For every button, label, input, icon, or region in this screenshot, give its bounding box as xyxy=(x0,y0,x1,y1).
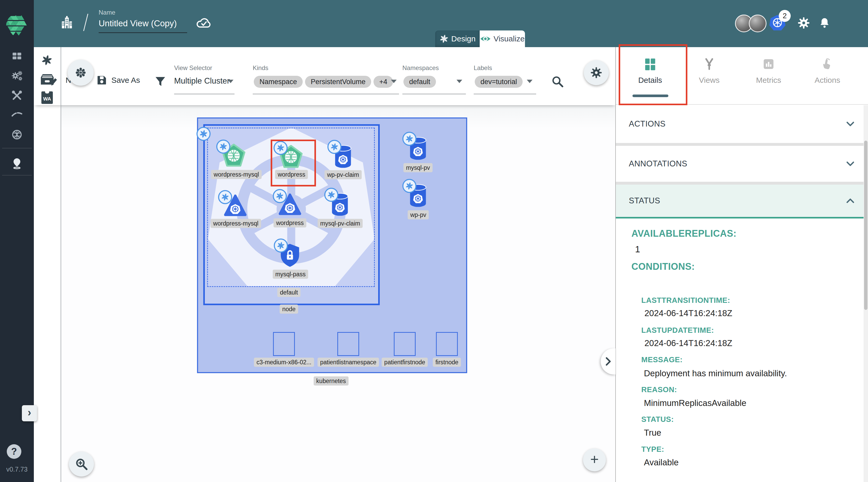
node-label: wp-pv xyxy=(408,210,429,219)
node-label: wordpress xyxy=(274,218,306,228)
help-button[interactable]: ? xyxy=(7,444,21,459)
meshery-badge-icon xyxy=(196,127,211,141)
chevron-down-icon[interactable] xyxy=(228,80,234,83)
add-node-button[interactable]: + xyxy=(583,448,606,471)
zoom-in-button[interactable] xyxy=(69,452,94,477)
search-button[interactable] xyxy=(550,74,565,89)
chevron-down-icon[interactable] xyxy=(527,80,532,83)
status-key: STATUS: xyxy=(641,415,674,424)
kinds-select[interactable]: Namespace PersistentVolume +4 xyxy=(254,76,393,88)
kinds-label: Kinds xyxy=(253,64,268,71)
canvas-node-service-wordpress[interactable] xyxy=(278,193,302,218)
canvas-node-infra[interactable] xyxy=(436,332,458,356)
meshery-logo-icon[interactable] xyxy=(4,12,29,37)
namespaces-underline xyxy=(402,94,466,94)
view-selector-select[interactable]: Multiple Cluster xyxy=(174,76,230,86)
eye-icon xyxy=(480,35,491,43)
organization-icon[interactable] xyxy=(59,14,75,31)
notifications-button[interactable] xyxy=(818,16,831,30)
canvas-node-service-wordpress-mysql[interactable] xyxy=(223,194,247,219)
namespaces-label: Namespaces xyxy=(402,64,439,71)
status-key: LASTUPDATETIME: xyxy=(641,326,714,335)
name-field-label: Name xyxy=(99,9,115,16)
tab-design[interactable]: Design xyxy=(435,30,480,47)
chevron-down-icon[interactable] xyxy=(457,80,462,83)
canvas-node-deployment-wordpress-mysql[interactable] xyxy=(221,144,246,169)
status-value: 1 xyxy=(635,244,640,254)
tab-actions[interactable]: Actions xyxy=(804,52,851,85)
status-key: TYPE: xyxy=(641,445,664,454)
labels-select[interactable]: dev=tutorial xyxy=(475,76,523,88)
app-version: v0.7.73 xyxy=(0,465,34,473)
tab-visualize[interactable]: Visualize xyxy=(480,30,525,47)
dock-designs-drawer-icon[interactable] xyxy=(39,72,57,87)
name-input-underline xyxy=(99,32,187,33)
extensions-icon xyxy=(11,129,23,141)
sidebar-divider xyxy=(2,148,32,148)
wasm-label: WA xyxy=(43,96,51,102)
meshery-swirl-icon xyxy=(439,34,449,43)
kubernetes-context-count-badge: 2 xyxy=(779,10,791,22)
infra-label: firstnode xyxy=(433,358,461,367)
canvas-node-pvc-mysql-pv-claim[interactable] xyxy=(330,192,350,219)
chevron-down-icon xyxy=(846,161,855,167)
status-key: LASTTRANSITIONTIME: xyxy=(641,296,730,305)
canvas-node-infra[interactable] xyxy=(394,332,416,356)
panel-scrollbar[interactable] xyxy=(864,105,868,482)
save-as-label: Save As xyxy=(112,76,140,85)
view-name-input[interactable] xyxy=(99,17,190,30)
chevron-down-icon xyxy=(846,121,855,127)
accordion-status[interactable]: STATUS xyxy=(616,185,868,218)
sidebar-expand-button[interactable]: › xyxy=(22,405,37,421)
details-panel: Details Views Metrics xyxy=(616,47,868,482)
kind-chip[interactable]: Namespace xyxy=(254,76,303,88)
sidebar-item-dashboard[interactable] xyxy=(0,47,34,65)
views-icon xyxy=(703,57,716,71)
chevron-down-icon[interactable] xyxy=(391,80,397,83)
cluster-flower-icon xyxy=(75,67,87,79)
new-view-fab-button[interactable] xyxy=(68,60,94,86)
canvas-settings-fab-button[interactable] xyxy=(584,60,609,85)
status-value: 2024-06-14T16:24:18Z xyxy=(644,338,733,348)
sidebar-item-lifecycle[interactable] xyxy=(0,67,34,85)
tab-design-label: Design xyxy=(451,34,475,43)
canvas-node-pv-wp-pv[interactable] xyxy=(408,183,428,210)
annotation-highlight-wordpress-node xyxy=(271,140,316,186)
meshery-badge-icon xyxy=(218,190,232,204)
accordion-annotations[interactable]: ANNOTATIONS xyxy=(616,146,868,182)
sidebar-item-configuration[interactable] xyxy=(0,86,34,105)
visualization-canvas[interactable]: wordpress-mysql wordpress wp-pv-claim my… xyxy=(61,105,616,482)
funnel-icon xyxy=(154,76,166,88)
canvas-node-secret-mysql-pass[interactable] xyxy=(279,243,301,269)
settings-button[interactable] xyxy=(797,16,811,30)
header: Name Design Visualize xyxy=(34,0,868,47)
canvas-node-infra[interactable] xyxy=(337,332,359,356)
infra-label: patientlistnamespace xyxy=(317,358,379,367)
accordion-actions[interactable]: ACTIONS xyxy=(616,105,868,143)
namespace-chip[interactable]: default xyxy=(403,76,436,88)
node-label: mysql-pv-claim xyxy=(317,219,363,228)
canvas-panel-divider xyxy=(615,47,616,482)
status-value: Deployment has minimum availability. xyxy=(644,368,787,379)
save-as-button[interactable]: Save As xyxy=(96,75,140,86)
collaborator-avatar[interactable] xyxy=(749,14,767,32)
scrollbar-thumb[interactable] xyxy=(864,141,867,310)
sidebar-item-performance[interactable] xyxy=(0,105,34,123)
filter-button[interactable] xyxy=(153,74,167,89)
label-chip[interactable]: dev=tutorial xyxy=(475,76,523,88)
infra-label: patientfirstnode xyxy=(381,358,428,367)
kind-chip[interactable]: PersistentVolume xyxy=(305,76,371,88)
tab-metrics[interactable]: Metrics xyxy=(745,52,792,85)
sidebar-item-kanvas-locator[interactable] xyxy=(0,154,34,172)
sidebar-item-extensions[interactable] xyxy=(0,125,34,144)
namespaces-select[interactable]: default xyxy=(403,76,436,88)
infra-label: c3-medium-x86-02... xyxy=(254,358,314,367)
canvas-node-infra[interactable] xyxy=(273,332,295,356)
gear-icon xyxy=(590,66,602,79)
kind-chip-more[interactable]: +4 xyxy=(373,76,393,88)
tab-views[interactable]: Views xyxy=(686,52,733,85)
canvas-node-pv-mysql-pv[interactable] xyxy=(408,136,428,163)
dock-wasm-filter-icon[interactable]: WA xyxy=(41,91,53,104)
dock-meshery-swirl-icon[interactable] xyxy=(41,54,53,66)
canvas-node-pvc-wp-pv-claim[interactable] xyxy=(333,144,353,171)
